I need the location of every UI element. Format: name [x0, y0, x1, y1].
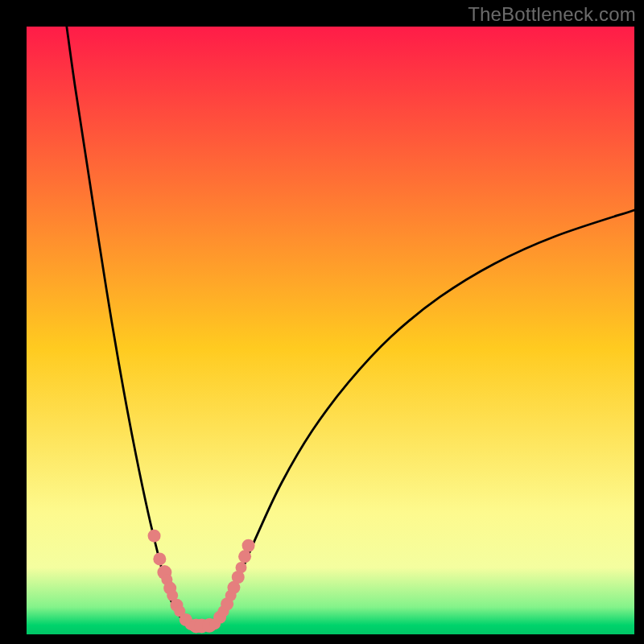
highlight-dot [236, 562, 247, 573]
highlight-dot [148, 530, 161, 543]
chart-svg [27, 27, 634, 634]
watermark-text: TheBottleneck.com [468, 3, 636, 26]
highlight-dot [242, 539, 255, 552]
highlight-dot [238, 550, 251, 563]
highlight-dot [153, 552, 166, 565]
chart-frame: TheBottleneck.com [0, 0, 644, 644]
gradient-background [27, 27, 634, 634]
plot-area [27, 27, 634, 634]
